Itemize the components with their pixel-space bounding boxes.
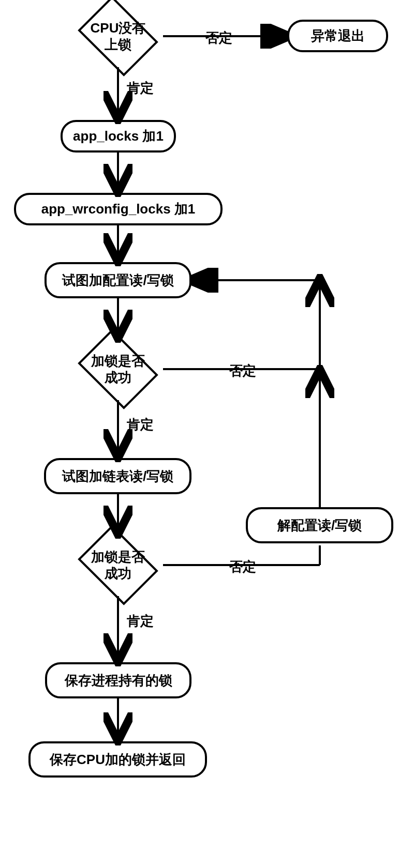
process-release-config-lock-label: 解配置读/写锁 [277, 517, 362, 534]
process-save-cpu-locks-return: 保存CPU加的锁并返回 [28, 741, 207, 778]
decision-lock-ok-1-label: 加锁是否成功 [79, 353, 157, 386]
process-app-locks-inc: app_locks 加1 [61, 120, 176, 153]
decision-lock-ok-2: 加锁是否成功 [74, 534, 162, 596]
edge-label-yes-1: 肯定 [127, 79, 154, 97]
decision-cpu-no-lock-label: CPU没有上锁 [79, 20, 157, 53]
decision-lock-ok-1: 加锁是否成功 [74, 338, 162, 400]
edge-label-no-2: 否定 [229, 362, 256, 380]
decision-cpu-no-lock: CPU没有上锁 [74, 5, 162, 67]
process-app-locks-inc-label: app_locks 加1 [73, 128, 164, 145]
process-try-config-lock-label: 试图加配置读/写锁 [62, 272, 173, 289]
edge-label-no-1: 否定 [205, 29, 232, 47]
process-app-wrconfig-locks-inc: app_wrconfig_locks 加1 [14, 193, 223, 225]
process-try-list-lock: 试图加链表读/写锁 [44, 458, 191, 494]
process-release-config-lock: 解配置读/写锁 [246, 507, 393, 543]
process-save-process-locks: 保存进程持有的锁 [45, 662, 191, 698]
terminal-abnormal-exit-label: 异常退出 [311, 27, 365, 44]
process-try-list-lock-label: 试图加链表读/写锁 [62, 468, 173, 485]
process-app-wrconfig-locks-inc-label: app_wrconfig_locks 加1 [41, 201, 196, 218]
edge-label-no-3: 否定 [229, 558, 256, 576]
terminal-abnormal-exit: 异常退出 [287, 20, 388, 52]
edge-label-yes-3: 肯定 [127, 612, 154, 630]
process-try-config-lock: 试图加配置读/写锁 [45, 262, 191, 298]
decision-lock-ok-2-label: 加锁是否成功 [79, 549, 157, 582]
edge-label-yes-2: 肯定 [127, 416, 154, 434]
process-save-process-locks-label: 保存进程持有的锁 [65, 672, 172, 689]
process-save-cpu-locks-return-label: 保存CPU加的锁并返回 [50, 751, 186, 768]
